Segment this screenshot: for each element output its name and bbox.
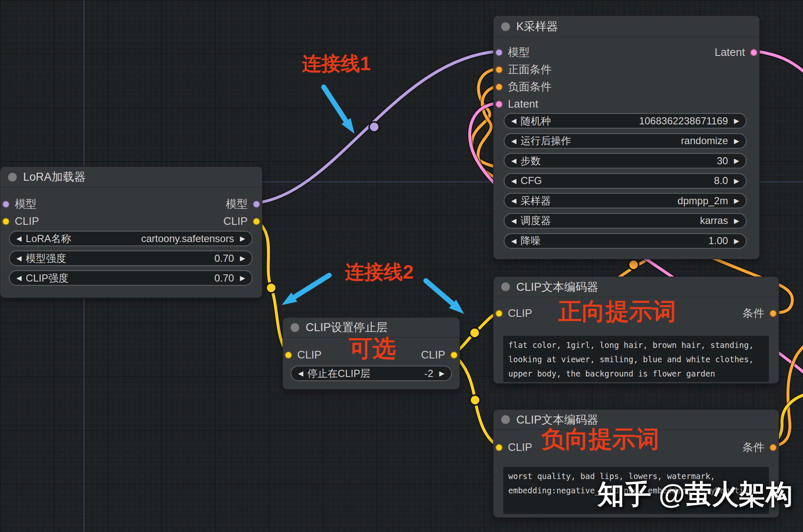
widget-increment-icon[interactable]: ▶: [734, 157, 739, 165]
input-port-dot-clip[interactable]: [2, 218, 10, 225]
node-title: K采样器: [516, 19, 558, 34]
node-title-bar[interactable]: LoRA加载器: [0, 167, 262, 187]
reroute-dot[interactable]: [629, 260, 639, 270]
node-status-dot-icon: [501, 22, 510, 31]
widget-label: LoRA名称: [26, 232, 71, 245]
output-port-label: CLIP: [421, 348, 445, 361]
input-port-label: 负面条件: [508, 79, 552, 94]
output-port-dot-latent[interactable]: [750, 49, 758, 56]
node-status-dot-icon: [501, 415, 510, 424]
input-port-dot-conditioning[interactable]: [495, 66, 503, 74]
widget-降噪[interactable]: ◀降噪1.00▶: [504, 233, 747, 249]
port-row: Latent: [494, 95, 759, 113]
output-port-label: 条件: [742, 306, 764, 321]
node-status-dot-icon: [501, 282, 510, 291]
widget-increment-icon[interactable]: ▶: [734, 117, 739, 125]
widget-decrement-icon[interactable]: ◀: [16, 274, 21, 282]
node-status-dot-icon: [291, 323, 299, 332]
widget-decrement-icon[interactable]: ◀: [511, 197, 516, 205]
widget-value[interactable]: 0.70: [214, 272, 234, 284]
output-port-label: CLIP: [223, 215, 248, 228]
widget-decrement-icon[interactable]: ◀: [511, 177, 516, 185]
input-port-dot-clip[interactable]: [285, 351, 292, 359]
output-port-label: 模型: [226, 197, 248, 211]
annotation-connection-line-1: 连接线1: [302, 51, 371, 77]
input-port-dot-clip[interactable]: [495, 444, 503, 451]
widget-value[interactable]: 30: [717, 155, 728, 167]
widget-increment-icon[interactable]: ▶: [734, 137, 739, 145]
input-port-label: CLIP: [508, 441, 532, 454]
widget-步数[interactable]: ◀步数30▶: [504, 153, 747, 169]
node-status-dot-icon: [8, 173, 17, 182]
prompt-textarea[interactable]: flat color, 1girl, long hair, brown hair…: [503, 336, 769, 382]
reroute-dot[interactable]: [266, 283, 276, 293]
widget-value[interactable]: 0.70: [214, 253, 234, 264]
reroute-dot[interactable]: [369, 122, 379, 132]
output-port-dot-conditioning[interactable]: [769, 310, 777, 317]
annotation-positive-prompt: 正向提示词: [558, 296, 676, 328]
node-ksampler[interactable]: K采样器模型Latent正面条件负面条件Latent◀随机种1068362238…: [493, 16, 760, 259]
widget-decrement-icon[interactable]: ◀: [511, 137, 516, 145]
ports: 模型Latent正面条件负面条件Latent: [494, 37, 759, 113]
widget-LoRA名称[interactable]: ◀LoRA名称cartoony.safetensors▶: [9, 231, 253, 246]
input-port-dot-latent[interactable]: [495, 100, 503, 108]
input-port-dot-conditioning[interactable]: [495, 83, 503, 91]
node-title-bar[interactable]: CLIP文本编码器: [494, 277, 779, 297]
output-port-dot-conditioning[interactable]: [769, 444, 777, 451]
widget-increment-icon[interactable]: ▶: [734, 197, 739, 205]
ports: 模型模型CLIPCLIP: [0, 187, 262, 230]
widget-value[interactable]: 1068362238671169: [639, 115, 728, 127]
widget-decrement-icon[interactable]: ◀: [511, 217, 516, 225]
widget-CLIP强度[interactable]: ◀CLIP强度0.70▶: [9, 270, 253, 286]
widget-decrement-icon[interactable]: ◀: [511, 117, 516, 125]
widget-decrement-icon[interactable]: ◀: [511, 157, 516, 165]
widget-increment-icon[interactable]: ▶: [734, 237, 739, 245]
output-port-dot-clip[interactable]: [253, 218, 260, 225]
widget-label: 降噪: [520, 234, 541, 248]
reroute-dot[interactable]: [470, 328, 480, 338]
widget-decrement-icon[interactable]: ◀: [511, 237, 516, 245]
port-row: 模型模型: [0, 195, 262, 213]
widget-采样器[interactable]: ◀采样器dpmpp_2m▶: [504, 193, 747, 208]
widget-value[interactable]: dpmpp_2m: [678, 195, 728, 207]
widget-value[interactable]: -2: [424, 368, 433, 379]
widget-value[interactable]: randomize: [681, 135, 728, 147]
node-graph-canvas[interactable]: LoRA加载器模型模型CLIPCLIP◀LoRA名称cartoony.safet…: [0, 0, 803, 532]
widget-value[interactable]: cartoony.safetensors: [141, 233, 234, 245]
output-port-dot-model[interactable]: [253, 200, 260, 208]
watermark: 知乎 @萤火架构: [597, 476, 792, 513]
widget-CFG[interactable]: ◀CFG8.0▶: [504, 173, 747, 189]
input-port-dot-clip[interactable]: [495, 310, 503, 317]
widget-停止在CLIP层[interactable]: ◀停止在CLIP层-2▶: [291, 366, 452, 381]
widget-value[interactable]: karras: [700, 215, 728, 226]
wire-outline: [757, 51, 803, 72]
widget-调度器[interactable]: ◀调度器karras▶: [504, 213, 747, 229]
widget-increment-icon[interactable]: ▶: [734, 217, 739, 225]
widget-increment-icon[interactable]: ▶: [240, 274, 245, 282]
widget-value[interactable]: 1.00: [708, 235, 728, 247]
widget-increment-icon[interactable]: ▶: [240, 234, 245, 242]
widget-increment-icon[interactable]: ▶: [439, 369, 444, 377]
input-port-label: 模型: [15, 197, 37, 211]
widget-模型强度[interactable]: ◀模型强度0.70▶: [9, 250, 253, 266]
output-port-dot-clip[interactable]: [450, 351, 458, 359]
input-port-dot-model[interactable]: [495, 49, 503, 56]
widget-increment-icon[interactable]: ▶: [734, 177, 739, 185]
node-title: LoRA加载器: [23, 169, 86, 184]
reroute-dot[interactable]: [470, 395, 480, 405]
widget-increment-icon[interactable]: ▶: [240, 254, 245, 262]
widget-decrement-icon[interactable]: ◀: [298, 369, 303, 377]
input-port-label: 模型: [508, 45, 530, 60]
node-pos_encoder[interactable]: CLIP文本编码器CLIP条件flat color, 1girl, long h…: [493, 277, 779, 384]
widget-随机种[interactable]: ◀随机种1068362238671169▶: [504, 113, 747, 129]
node-title-bar[interactable]: K采样器: [494, 16, 759, 37]
annotation-negative-prompt: 负向提示词: [541, 424, 659, 456]
widget-label: CFG: [520, 175, 542, 187]
widget-运行后操作[interactable]: ◀运行后操作randomize▶: [504, 133, 747, 149]
node-lora[interactable]: LoRA加载器模型模型CLIPCLIP◀LoRA名称cartoony.safet…: [0, 166, 262, 298]
widgets: ◀停止在CLIP层-2▶: [291, 366, 452, 381]
input-port-dot-model[interactable]: [2, 200, 10, 208]
widget-decrement-icon[interactable]: ◀: [16, 234, 21, 242]
widget-decrement-icon[interactable]: ◀: [16, 254, 21, 262]
widget-value[interactable]: 8.0: [714, 175, 728, 187]
